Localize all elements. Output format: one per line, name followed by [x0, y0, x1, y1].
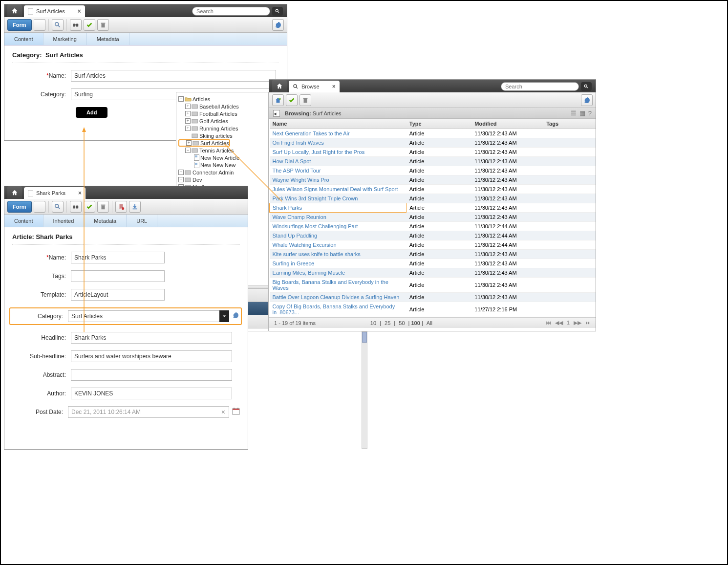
refresh-icon[interactable] — [272, 19, 284, 31]
approve-icon[interactable] — [84, 201, 95, 213]
download-icon[interactable] — [129, 201, 141, 213]
category-input[interactable] — [68, 310, 219, 322]
calendar-icon[interactable] — [232, 407, 240, 417]
table-row[interactable]: Wayne Wright Wins ProArticle11/30/12 2:4… — [270, 175, 596, 185]
article-name-cell[interactable]: Next Generation Takes to the Air — [270, 129, 407, 138]
trash-icon[interactable] — [97, 201, 109, 213]
postdate-input[interactable] — [68, 406, 229, 418]
tree-node[interactable]: +Football Articles — [178, 110, 266, 117]
search-input[interactable] — [192, 7, 270, 16]
article-name-cell[interactable]: Earning Miles, Burning Muscle — [270, 268, 407, 278]
tree-leaf[interactable]: New New Article — [178, 154, 266, 161]
col-name[interactable]: Name — [270, 119, 407, 129]
article-name-cell[interactable]: Stand Up Paddling — [270, 231, 407, 240]
help-icon[interactable]: ? — [588, 109, 592, 117]
tab-metadata[interactable]: Metadata — [87, 33, 129, 45]
article-name-cell[interactable]: Whale Watching Excursion — [270, 240, 407, 250]
document-tab[interactable]: Browse × — [289, 81, 340, 92]
tree-node-surf-articles[interactable]: +Surf Articles — [178, 139, 230, 147]
chevron-down-icon[interactable] — [219, 310, 229, 322]
tree-node[interactable]: Skiing articles — [178, 132, 266, 139]
tree-node[interactable]: +Running Articles — [178, 125, 266, 132]
table-row[interactable]: Battle Over Lagoon Cleanup Divides a Sur… — [270, 293, 596, 302]
name-input[interactable] — [71, 252, 165, 263]
table-row[interactable]: Shark ParksArticle11/30/12 2:43 AM — [270, 203, 596, 213]
home-up-icon[interactable] — [272, 94, 284, 106]
list-view-icon[interactable]: ☰ — [571, 109, 577, 117]
table-row[interactable]: Kite surfer uses knife to battle sharksA… — [270, 250, 596, 259]
binoculars-icon[interactable] — [70, 19, 82, 31]
table-row[interactable]: Whale Watching ExcursionArticle11/30/12 … — [270, 240, 596, 250]
tab-url[interactable]: URL — [127, 215, 157, 227]
table-row[interactable]: Earning Miles, Burning MuscleArticle11/3… — [270, 268, 596, 278]
author-input[interactable] — [71, 388, 232, 399]
table-row[interactable]: How Dial A SpotArticle11/30/12 2:43 AM — [270, 157, 596, 166]
tree-node-articles[interactable]: −Articles — [178, 95, 266, 103]
subheadline-input[interactable] — [71, 350, 232, 362]
home-icon[interactable] — [7, 186, 22, 199]
magnify-icon[interactable] — [52, 19, 64, 31]
first-page-icon[interactable]: ⏮ — [546, 320, 551, 326]
tree-node[interactable]: +Dev — [178, 176, 266, 183]
article-name-cell[interactable]: How Dial A Spot — [270, 157, 407, 166]
article-name-cell[interactable]: Wave Champ Reunion — [270, 213, 407, 222]
headline-input[interactable] — [71, 332, 232, 344]
article-name-cell[interactable]: On Frigid Irish Waves — [270, 138, 407, 148]
magnify-icon[interactable] — [52, 201, 64, 213]
tree-node[interactable]: +Connector Admin — [178, 169, 266, 176]
table-row[interactable]: Big Boards, Banana Stalks and Everybody … — [270, 278, 596, 293]
tab-content[interactable]: Content — [4, 215, 43, 227]
table-row[interactable]: Next Generation Takes to the AirArticle1… — [270, 129, 596, 138]
table-row[interactable]: Surf Up Locally, Just Right for the Pros… — [270, 148, 596, 157]
document-tab[interactable]: Surf Articles × — [24, 5, 85, 17]
tab-marketing[interactable]: Marketing — [43, 33, 87, 45]
tab-metadata[interactable]: Metadata — [84, 215, 127, 227]
search-button[interactable] — [272, 7, 283, 16]
document-tab[interactable]: Shark Parks × — [24, 187, 86, 199]
table-row[interactable]: The ASP World TourArticle11/30/12 2:43 A… — [270, 166, 596, 175]
col-type[interactable]: Type — [407, 119, 472, 129]
form-button[interactable]: Form — [7, 19, 32, 31]
close-icon[interactable]: × — [332, 83, 336, 90]
form-dropdown[interactable] — [34, 19, 45, 31]
table-row[interactable]: Copy Of Big Boards, Banana Stalks and Ev… — [270, 302, 596, 317]
search-input[interactable] — [501, 82, 579, 91]
article-name-cell[interactable]: Surfing in Greece — [270, 259, 407, 268]
tree-node[interactable]: +Golf Articles — [178, 117, 266, 125]
grid-view-icon[interactable]: ▦ — [579, 109, 585, 117]
home-icon[interactable] — [272, 80, 287, 92]
form-dropdown[interactable] — [34, 201, 45, 213]
table-row[interactable]: Jules Wilson Signs Monumental Deal with … — [270, 185, 596, 194]
article-name-cell[interactable]: The ASP World Tour — [270, 166, 407, 175]
prev-page-icon[interactable]: ◀◀ — [555, 320, 563, 326]
scrollbar[interactable] — [362, 331, 367, 449]
col-modified[interactable]: Modified — [471, 119, 543, 129]
tab-inherited[interactable]: Inherited — [43, 215, 85, 227]
next-page-icon[interactable]: ▶▶ — [574, 320, 581, 326]
bookmark-remove-icon[interactable] — [115, 201, 127, 213]
approve-icon[interactable] — [84, 19, 95, 31]
tree-node[interactable]: +Baseball Articles — [178, 103, 266, 110]
tree-leaf[interactable]: New New New — [178, 161, 266, 169]
article-name-cell[interactable]: Shark Parks — [270, 203, 407, 213]
trash-icon[interactable] — [97, 19, 109, 31]
article-name-cell[interactable]: Big Boards, Banana Stalks and Everybody … — [270, 278, 407, 293]
article-name-cell[interactable]: Kite surfer uses knife to battle sharks — [270, 250, 407, 259]
name-input[interactable] — [71, 70, 276, 82]
tree-node[interactable]: −Tennis Articles — [178, 147, 266, 154]
table-row[interactable]: On Frigid Irish WavesArticle11/30/12 2:4… — [270, 138, 596, 148]
table-row[interactable]: Surfing in GreeceArticle11/30/12 2:43 AM — [270, 259, 596, 268]
table-row[interactable]: Park Wins 3rd Straight Triple CrownArtic… — [270, 194, 596, 203]
abstract-input[interactable] — [71, 369, 232, 381]
form-button[interactable]: Form — [7, 201, 32, 213]
template-input[interactable] — [71, 289, 165, 301]
refresh-icon[interactable] — [232, 312, 239, 321]
refresh-icon[interactable] — [581, 94, 593, 106]
article-name-cell[interactable]: Windsurfings Most Challenging Part — [270, 222, 407, 231]
article-name-cell[interactable]: Copy Of Big Boards, Banana Stalks and Ev… — [270, 302, 407, 317]
close-icon[interactable]: × — [78, 8, 81, 15]
trash-icon[interactable] — [300, 94, 311, 106]
search-button[interactable] — [581, 82, 592, 91]
last-page-icon[interactable]: ⏭ — [585, 320, 591, 326]
category-dropdown[interactable] — [68, 310, 229, 322]
